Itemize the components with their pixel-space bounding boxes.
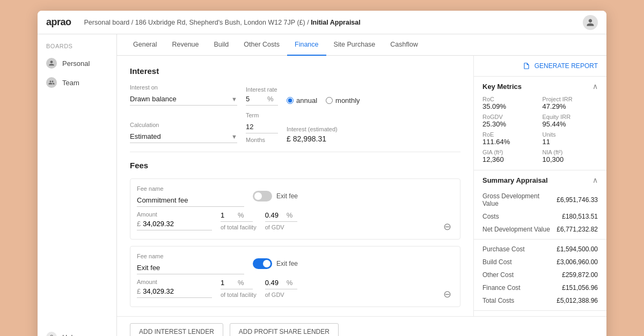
left-panel: Interest Interest on Drawn balance Full …	[117, 56, 473, 316]
exit-fee-input[interactable]	[137, 262, 244, 274]
sidebar-item-help[interactable]: ? Help	[38, 327, 116, 336]
exit-gdv-display: %	[265, 279, 297, 289]
breadcrumb-board[interactable]: Personal board	[84, 19, 130, 26]
monthly-label: monthly	[335, 96, 360, 104]
commitment-gdv-group: % of GDV	[265, 211, 297, 230]
exit-currency-prefix: £	[137, 287, 141, 295]
metric-gia: GIA (ft²) 12,360	[482, 149, 538, 163]
interest-rate-input[interactable]	[246, 95, 265, 103]
summary-appraisal-header[interactable]: Summary Appraisal ∧	[474, 170, 606, 190]
summary-row-build: Build Cost £3,006,960.00	[474, 256, 606, 268]
calculation-select[interactable]: Estimated Actual	[130, 130, 237, 143]
exit-percent-display: %	[221, 279, 253, 289]
exit-toggle-slider	[253, 258, 272, 269]
summary-row-finance: Finance Cost £151,056.96	[474, 281, 606, 294]
purchase-cost-label: Purchase Cost	[482, 245, 525, 253]
interest-row-1: Interest on Drawn balance Full facility …	[130, 84, 460, 106]
interest-on-select[interactable]: Drawn balance Full facility	[130, 93, 237, 106]
generate-report-button[interactable]: GENERATE REPORT	[474, 56, 606, 76]
add-interest-lender-button[interactable]: ADD INTEREST LENDER	[130, 323, 223, 336]
purchase-cost-value: £1,594,500.00	[557, 245, 598, 253]
content-area: General Revenue Build Other Costs Financ…	[117, 34, 606, 336]
commitment-amount-group: Amount £	[137, 211, 212, 230]
commitment-percent-suffix: %	[238, 211, 244, 219]
exit-of-gdv-label: of GDV	[265, 292, 297, 298]
finance-cost-value: £151,056.96	[562, 284, 598, 292]
exit-fee-block: Fee name Exit fee	[130, 246, 460, 307]
commitment-remove-button[interactable]: ⊖	[441, 222, 453, 232]
exit-amount-group: Amount £	[137, 279, 212, 298]
term-input[interactable]	[246, 121, 278, 133]
exit-remove-button[interactable]: ⊖	[441, 289, 453, 299]
interest-title: Interest	[130, 66, 460, 76]
commitment-currency-prefix: £	[137, 220, 141, 228]
metric-project-irr: Project IRR 47.29%	[543, 96, 598, 110]
commitment-gdv-input[interactable]	[265, 211, 284, 219]
total-costs-value: £5,012,388.96	[557, 297, 598, 304]
sidebar: Boards Personal Team	[38, 34, 117, 336]
exit-gdv-suffix: %	[287, 279, 293, 287]
commitment-amount-input[interactable]	[143, 220, 196, 228]
exit-fee-name-group: Fee name	[137, 253, 244, 274]
radio-monthly[interactable]: monthly	[326, 96, 360, 104]
key-metrics-chevron-icon: ∧	[592, 82, 598, 91]
sidebar-item-team[interactable]: Team	[38, 73, 116, 92]
radio-annual-input[interactable]	[287, 97, 294, 104]
footer-buttons: ADD INTEREST LENDER ADD PROFIT SHARE LEN…	[117, 316, 606, 336]
tab-revenue[interactable]: Revenue	[164, 34, 206, 56]
exit-amount-input[interactable]	[143, 287, 196, 295]
tab-site-purchase[interactable]: Site Purchase	[326, 34, 383, 56]
commitment-exit-fee-toggle[interactable]	[253, 191, 272, 201]
sidebar-team-label: Team	[62, 79, 79, 87]
metric-rogdv-value: 25.30%	[482, 120, 538, 128]
key-metrics-grid: RoC 35.09% Project IRR 47.29% RoGDV 25.3…	[474, 96, 606, 170]
metric-equity-irr-label: Equity IRR	[543, 114, 598, 120]
exit-percent-input[interactable]	[221, 279, 236, 287]
summary-row-gdv: Gross Development Value £6,951,746.33	[474, 190, 606, 210]
costs-value: £180,513.51	[562, 213, 598, 220]
sidebar-item-personal[interactable]: Personal	[38, 54, 116, 73]
add-profit-share-lender-button[interactable]: ADD PROFIT SHARE LENDER	[230, 323, 339, 336]
commitment-exit-fee-toggle-group: Exit fee	[253, 191, 298, 201]
commitment-percent-input[interactable]	[221, 211, 236, 219]
metric-units-value: 11	[543, 138, 598, 146]
radio-monthly-input[interactable]	[326, 97, 333, 104]
commitment-gdv-suffix: %	[287, 211, 293, 219]
tab-other-costs[interactable]: Other Costs	[236, 34, 287, 56]
metric-equity-irr: Equity IRR 95.44%	[543, 114, 598, 128]
fees-section: Fees Fee name	[130, 161, 460, 316]
tab-cashflow[interactable]: Cashflow	[383, 34, 425, 56]
key-metrics-header[interactable]: Key Metrics ∧	[474, 77, 606, 96]
exit-gdv-input[interactable]	[265, 279, 284, 287]
exit-percent-group: % of total facility	[221, 279, 257, 298]
commitment-fee-input[interactable]	[137, 194, 244, 207]
summary-row-other: Other Cost £259,872.00	[474, 268, 606, 281]
interest-on-group: Interest on Drawn balance Full facility …	[130, 84, 237, 106]
summary-row-total-costs: Total Costs £5,012,388.96	[474, 294, 606, 307]
radio-annual[interactable]: annual	[287, 96, 317, 104]
summary-row-purchase: Purchase Cost £1,594,500.00	[474, 243, 606, 256]
breadcrumb-address[interactable]: 186 Uxbridge Rd, Shepherd's Bush, London…	[135, 19, 305, 26]
calculation-group: Calculation Estimated Actual ▼	[130, 122, 237, 143]
exit-fee-row: Fee name Exit fee	[137, 253, 453, 274]
topbar: aprao Personal board / 186 Uxbridge Rd, …	[38, 11, 606, 34]
annual-label: annual	[296, 96, 317, 104]
help-icon: ?	[46, 332, 57, 336]
summary-divider-2	[474, 310, 606, 311]
metric-project-irr-label: Project IRR	[543, 96, 598, 102]
tab-general[interactable]: General	[126, 34, 164, 56]
gdv-label: Gross Development Value	[482, 192, 557, 207]
user-avatar[interactable]	[583, 15, 598, 30]
tab-finance[interactable]: Finance	[287, 34, 326, 56]
commitment-amount-display: £	[137, 220, 212, 230]
metric-roc: RoC 35.09%	[482, 96, 538, 110]
interest-on-label: Interest on	[130, 84, 237, 91]
app-window: aprao Personal board / 186 Uxbridge Rd, …	[38, 11, 606, 336]
interest-estimated-group: Interest (estimated) £ 82,998.31	[287, 126, 338, 143]
exit-fee-toggle[interactable]	[253, 258, 272, 269]
app-logo: aprao	[46, 17, 71, 28]
exit-percent-suffix: %	[238, 279, 244, 287]
metric-units-label: Units	[543, 131, 598, 138]
commitment-of-facility-label: of total facility	[221, 224, 257, 230]
tab-build[interactable]: Build	[207, 34, 237, 56]
